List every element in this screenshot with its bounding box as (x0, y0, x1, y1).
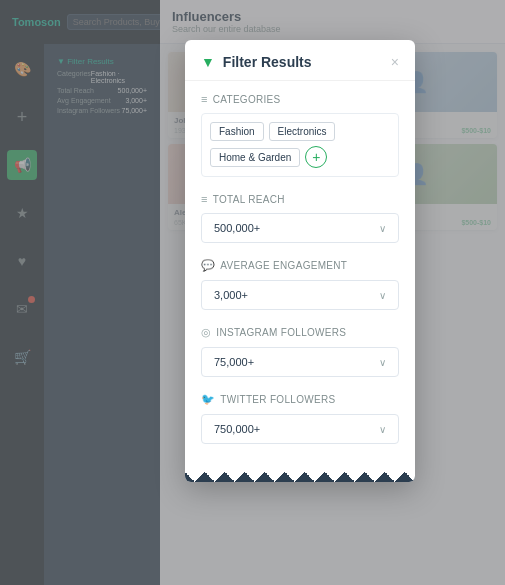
filter-section-reach: ≡ Total Reach 500,000+ ∨ (201, 193, 399, 243)
instagram-chevron-icon: ∨ (379, 357, 386, 368)
comment-icon: 💬 (201, 259, 215, 272)
modal-close-button[interactable]: × (391, 55, 399, 69)
instagram-dropdown[interactable]: 75,000+ ∨ (201, 347, 399, 377)
category-tag-fashion[interactable]: Fashion (210, 122, 264, 141)
twitter-value: 750,000+ (214, 423, 260, 435)
modal-title: Filter Results (223, 54, 312, 70)
modal-header: ▼ Filter Results × (185, 40, 415, 81)
engagement-value: 3,000+ (214, 289, 248, 301)
filter-modal: ▼ Filter Results × ≡ Categories Fashion … (185, 40, 415, 482)
modal-body: ≡ Categories Fashion Electronics Home & … (185, 81, 415, 472)
reach-value: 500,000+ (214, 222, 260, 234)
modal-header-left: ▼ Filter Results (201, 54, 312, 70)
engagement-chevron-icon: ∨ (379, 290, 386, 301)
filter-section-instagram: ◎ Instagram Followers 75,000+ ∨ (201, 326, 399, 377)
reach-icon: ≡ (201, 193, 208, 205)
twitter-icon: 🐦 (201, 393, 215, 406)
twitter-dropdown[interactable]: 750,000+ ∨ (201, 414, 399, 444)
reach-dropdown[interactable]: 500,000+ ∨ (201, 213, 399, 243)
engagement-dropdown[interactable]: 3,000+ ∨ (201, 280, 399, 310)
list-icon: ≡ (201, 93, 208, 105)
filter-section-categories: ≡ Categories Fashion Electronics Home & … (201, 93, 399, 177)
filter-funnel-icon: ▼ (201, 54, 215, 70)
categories-container: Fashion Electronics Home & Garden + (201, 113, 399, 177)
twitter-section-title: 🐦 Twitter Followers (201, 393, 399, 406)
categories-section-title: ≡ Categories (201, 93, 399, 105)
instagram-value: 75,000+ (214, 356, 254, 368)
reach-section-title: ≡ Total Reach (201, 193, 399, 205)
instagram-icon: ◎ (201, 326, 211, 339)
add-category-button[interactable]: + (305, 146, 327, 168)
instagram-section-title: ◎ Instagram Followers (201, 326, 399, 339)
engagement-section-title: 💬 Average Engagement (201, 259, 399, 272)
filter-section-twitter: 🐦 Twitter Followers 750,000+ ∨ (201, 393, 399, 444)
category-tag-home[interactable]: Home & Garden (210, 148, 300, 167)
category-tag-electronics[interactable]: Electronics (269, 122, 336, 141)
twitter-chevron-icon: ∨ (379, 424, 386, 435)
reach-chevron-icon: ∨ (379, 223, 386, 234)
filter-section-engagement: 💬 Average Engagement 3,000+ ∨ (201, 259, 399, 310)
